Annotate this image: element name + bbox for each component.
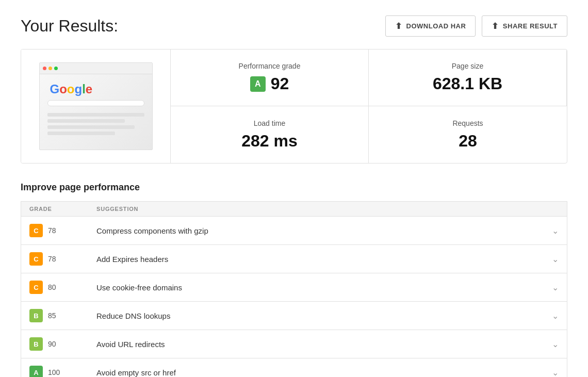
suggestion-text: Add Expires headers bbox=[96, 255, 552, 264]
page-size-cell: Page size 628.1 KB bbox=[369, 50, 567, 106]
result-line bbox=[47, 113, 144, 117]
row-grade-badge: C bbox=[29, 252, 43, 266]
improve-section: Improve page performance GRADE SUGGESTIO… bbox=[21, 182, 567, 377]
result-line bbox=[47, 132, 116, 135]
row-grade-badge: C bbox=[29, 224, 43, 237]
page-header: Your Results: ⬆ DOWNLOAD HAR ⬆ SHARE RES… bbox=[21, 15, 567, 37]
requests-cell: Requests 28 bbox=[369, 106, 567, 163]
mock-search-bar bbox=[47, 100, 144, 106]
table-row[interactable]: B 85 Reduce DNS lookups ⌄ bbox=[21, 301, 567, 330]
grade-col: B 90 bbox=[29, 337, 96, 351]
dot-close bbox=[43, 67, 46, 70]
stats-grid: Google Performance grade A 92 Page size … bbox=[21, 49, 567, 163]
result-line bbox=[47, 125, 135, 129]
suggestion-text: Avoid URL redirects bbox=[96, 340, 552, 349]
row-score: 90 bbox=[48, 340, 56, 348]
page-title: Your Results: bbox=[21, 17, 118, 36]
row-grade-badge: A bbox=[29, 366, 43, 377]
download-icon: ⬆ bbox=[395, 21, 402, 31]
grade-a-badge: A bbox=[250, 76, 266, 92]
table-row[interactable]: C 78 Add Expires headers ⌄ bbox=[21, 244, 567, 273]
expand-chevron[interactable]: ⌄ bbox=[552, 226, 559, 236]
table-row[interactable]: A 100 Avoid empty src or href ⌄ bbox=[21, 358, 567, 377]
share-result-button[interactable]: ⬆ SHARE RESULT bbox=[482, 15, 567, 37]
grade-col: B 85 bbox=[29, 309, 96, 322]
grade-header: GRADE bbox=[29, 206, 96, 212]
page-screenshot: Google bbox=[39, 62, 153, 150]
expand-chevron[interactable]: ⌄ bbox=[552, 283, 559, 292]
improve-title: Improve page performance bbox=[21, 182, 567, 193]
performance-score: 92 bbox=[271, 74, 289, 93]
suggestion-header: SUGGESTION bbox=[96, 206, 559, 212]
page-size-value: 628.1 KB bbox=[433, 74, 502, 93]
expand-chevron[interactable]: ⌄ bbox=[552, 368, 559, 378]
row-grade-badge: B bbox=[29, 337, 43, 351]
row-score: 78 bbox=[48, 226, 56, 235]
grade-col: C 80 bbox=[29, 281, 96, 294]
performance-value: A 92 bbox=[250, 74, 289, 93]
expand-chevron[interactable]: ⌄ bbox=[552, 254, 559, 264]
table-header: GRADE SUGGESTION bbox=[21, 201, 567, 216]
row-score: 80 bbox=[48, 283, 56, 291]
header-buttons: ⬆ DOWNLOAD HAR ⬆ SHARE RESULT bbox=[385, 15, 567, 37]
table-row[interactable]: C 78 Compress components with gzip ⌄ bbox=[21, 216, 567, 244]
browser-bar bbox=[40, 63, 152, 74]
page-size-label: Page size bbox=[452, 62, 483, 70]
share-icon: ⬆ bbox=[492, 21, 499, 31]
row-score: 100 bbox=[48, 368, 60, 376]
mock-results bbox=[47, 113, 144, 138]
screenshot-cell: Google bbox=[21, 50, 171, 163]
table-row[interactable]: C 80 Use cookie-free domains ⌄ bbox=[21, 273, 567, 301]
expand-chevron[interactable]: ⌄ bbox=[552, 311, 559, 321]
row-grade-badge: C bbox=[29, 281, 43, 294]
google-logo: Google bbox=[50, 82, 93, 96]
download-label: DOWNLOAD HAR bbox=[406, 22, 466, 30]
download-har-button[interactable]: ⬆ DOWNLOAD HAR bbox=[385, 15, 476, 37]
load-time-value: 282 ms bbox=[241, 132, 298, 151]
grade-col: A 100 bbox=[29, 366, 96, 377]
suggestion-text: Compress components with gzip bbox=[96, 226, 552, 235]
performance-label: Performance grade bbox=[239, 62, 301, 70]
suggestion-text: Use cookie-free domains bbox=[96, 283, 552, 292]
grade-col: C 78 bbox=[29, 224, 96, 237]
result-line bbox=[47, 119, 125, 123]
load-time-cell: Load time 282 ms bbox=[171, 106, 369, 163]
requests-label: Requests bbox=[452, 119, 483, 127]
suggestion-table: C 78 Compress components with gzip ⌄ C 7… bbox=[21, 216, 567, 377]
suggestion-text: Avoid empty src or href bbox=[96, 368, 552, 377]
grade-col: C 78 bbox=[29, 252, 96, 266]
table-row[interactable]: B 90 Avoid URL redirects ⌄ bbox=[21, 330, 567, 358]
dot-expand bbox=[54, 67, 58, 70]
load-time-label: Load time bbox=[254, 119, 285, 127]
requests-value: 28 bbox=[459, 132, 477, 151]
performance-grade-cell: Performance grade A 92 bbox=[171, 50, 369, 106]
expand-chevron[interactable]: ⌄ bbox=[552, 339, 559, 349]
row-grade-badge: B bbox=[29, 309, 43, 322]
browser-content: Google bbox=[40, 74, 152, 150]
row-score: 78 bbox=[48, 255, 56, 263]
share-label: SHARE RESULT bbox=[503, 22, 558, 30]
dot-minimize bbox=[48, 67, 52, 70]
suggestion-text: Reduce DNS lookups bbox=[96, 312, 552, 320]
row-score: 85 bbox=[48, 312, 56, 320]
